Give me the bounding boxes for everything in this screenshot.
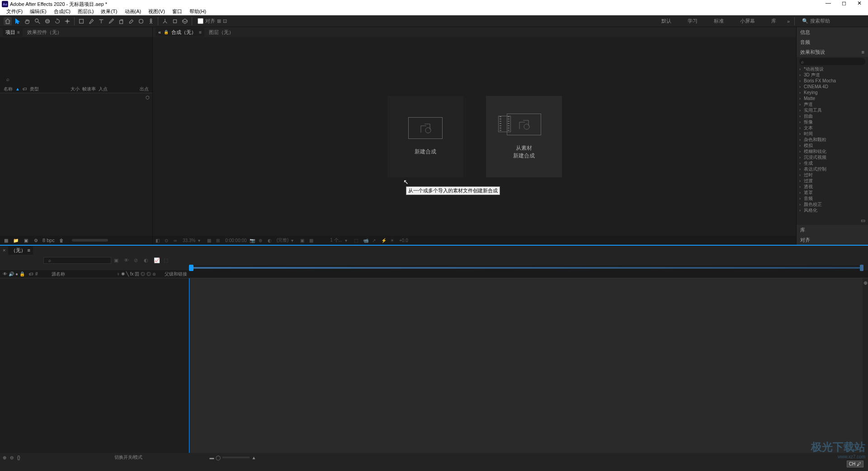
efx-category[interactable]: *动画预设: [798, 66, 866, 72]
library-panel-header[interactable]: 库: [797, 225, 868, 235]
menu-effect[interactable]: 效果(T): [97, 8, 121, 15]
guides-icon[interactable]: ⊞: [216, 238, 222, 243]
toggle-brackets-icon[interactable]: {}: [17, 455, 20, 460]
trash-icon[interactable]: 🗑: [58, 237, 65, 243]
settings-icon[interactable]: ⚙: [33, 237, 39, 243]
snap-checkbox[interactable]: [198, 18, 203, 24]
panel-menu-icon[interactable]: ≡: [17, 30, 20, 35]
efx-category[interactable]: 杂色和颗粒: [798, 137, 866, 143]
roi-icon[interactable]: ▣: [300, 238, 307, 243]
header-type[interactable]: 类型: [30, 86, 39, 92]
mask-tool[interactable]: [77, 17, 85, 25]
graph-icon[interactable]: 📈: [154, 257, 161, 263]
comp-mini-icon[interactable]: ▣: [114, 257, 121, 263]
new-comp-from-footage-button[interactable]: 从素材 新建合成: [486, 96, 562, 177]
efx-category[interactable]: 颜色校正: [798, 201, 866, 207]
workspace-small[interactable]: 小屏幕: [732, 15, 763, 27]
dropdown-icon[interactable]: ▾: [345, 238, 351, 243]
camera-icon[interactable]: 📹: [363, 238, 369, 243]
efx-category[interactable]: 模糊和锐化: [798, 148, 866, 154]
draft3d-icon[interactable]: ⬚: [164, 257, 171, 263]
roto-tool[interactable]: [137, 17, 145, 25]
timeline-search[interactable]: ⌕: [43, 257, 111, 264]
zoom-out-icon[interactable]: ▬: [209, 455, 214, 460]
efx-category[interactable]: 表达式控制: [798, 166, 866, 172]
track-area[interactable]: ⊕: [189, 278, 868, 453]
effects-search[interactable]: ⌕: [799, 58, 865, 65]
header-out[interactable]: 出点: [140, 86, 149, 92]
text-tool[interactable]: [97, 17, 105, 25]
layer-tab[interactable]: 图层（无）: [206, 28, 236, 37]
menu-edit[interactable]: 编辑(E): [26, 8, 50, 15]
audio-panel-header[interactable]: 音频: [797, 37, 868, 47]
effect-controls-tab[interactable]: 效果控件（无）: [24, 28, 65, 37]
frame-blend-icon[interactable]: ⊘: [134, 257, 141, 263]
work-area-bar[interactable]: [191, 267, 861, 269]
pen-tool[interactable]: [87, 17, 95, 25]
workspace-default[interactable]: 默认: [653, 15, 679, 27]
flowchart-icon[interactable]: ⬡: [146, 95, 150, 100]
header-fps[interactable]: 帧速率: [82, 86, 96, 92]
efx-category[interactable]: 沉浸式视频: [798, 154, 866, 160]
zoom-level[interactable]: 33.3%: [183, 238, 195, 243]
align-panel-header[interactable]: 对齐: [797, 235, 868, 245]
efx-category[interactable]: 文本: [798, 125, 866, 131]
efx-category[interactable]: Keying: [798, 90, 866, 95]
eraser-tool[interactable]: [127, 17, 135, 25]
menu-view[interactable]: 视图(V): [145, 8, 169, 15]
snap-extend-icon[interactable]: ⊞: [217, 18, 221, 24]
efx-category[interactable]: 过渡: [798, 178, 866, 184]
clone-tool[interactable]: [117, 17, 125, 25]
brush-tool[interactable]: [107, 17, 115, 25]
work-area-end[interactable]: [860, 265, 863, 271]
rotation-tool[interactable]: [53, 17, 61, 25]
selection-tool[interactable]: [14, 17, 22, 25]
channel-icon[interactable]: ⊕: [259, 238, 265, 243]
menu-file[interactable]: 文件(F): [3, 8, 26, 15]
toggle-alpha-icon[interactable]: ◧: [156, 238, 162, 243]
new-composition-button[interactable]: 新建合成: [387, 96, 463, 177]
header-size[interactable]: 大小: [71, 86, 80, 92]
motion-blur-icon[interactable]: ◐: [144, 257, 151, 263]
source-name-header[interactable]: 源名称: [49, 271, 117, 277]
snap-collapse-icon[interactable]: ⊡: [223, 18, 227, 24]
parent-header[interactable]: 父级和链接: [162, 271, 207, 277]
ime-indicator[interactable]: CH 🖊: [847, 461, 863, 467]
share-icon[interactable]: ↗: [372, 238, 378, 243]
workspace-library[interactable]: 库: [763, 15, 784, 27]
efx-category[interactable]: 3D 声道: [798, 72, 866, 78]
exposure-icon[interactable]: ☀: [390, 238, 396, 243]
project-body[interactable]: ⬡: [0, 93, 152, 236]
3d-view-icon[interactable]: ⬚: [354, 238, 360, 243]
reset-exposure-icon[interactable]: ◐: [268, 238, 274, 243]
exposure-value[interactable]: +0.0: [399, 238, 408, 243]
toggle-modes-icon[interactable]: ⊖: [10, 455, 14, 460]
minimize-button[interactable]: —: [826, 0, 831, 6]
efx-category[interactable]: 音频: [798, 195, 866, 201]
timeline-tab[interactable]: （无） ≡: [8, 246, 33, 255]
efx-category[interactable]: CINEMA 4D: [798, 84, 866, 90]
header-name[interactable]: 名称: [4, 86, 13, 92]
panel-menu-icon[interactable]: ≡: [28, 247, 30, 253]
hand-tool[interactable]: [24, 17, 32, 25]
efx-category[interactable]: Boris FX Mocha: [798, 78, 866, 84]
panel-menu-icon[interactable]: ≡: [199, 30, 202, 35]
menu-layer[interactable]: 图层(L): [74, 8, 97, 15]
timecode[interactable]: 0:00:00:00: [225, 238, 246, 243]
audio-toggle-icon[interactable]: 🔊: [9, 271, 14, 276]
new-comp-icon[interactable]: ▣: [23, 237, 29, 243]
res-dropdown-icon[interactable]: ▾: [198, 238, 204, 243]
shy-icon[interactable]: 👁: [124, 257, 131, 263]
toggle-3d-icon[interactable]: ∞: [174, 238, 180, 243]
transparency-icon[interactable]: ▦: [309, 238, 316, 243]
zoom-in-icon[interactable]: ▲: [251, 455, 256, 460]
interpret-icon[interactable]: ▦: [3, 237, 9, 243]
zoom-tool[interactable]: [33, 17, 42, 25]
panel-menu-icon[interactable]: ≡: [862, 49, 864, 55]
efx-category[interactable]: 时间: [798, 131, 866, 137]
playhead[interactable]: [189, 265, 193, 271]
snapshot-icon[interactable]: 📷: [250, 238, 256, 243]
workspace-learn[interactable]: 学习: [679, 15, 706, 27]
efx-category[interactable]: 过时: [798, 172, 866, 178]
time-scrubber[interactable]: [189, 266, 863, 270]
